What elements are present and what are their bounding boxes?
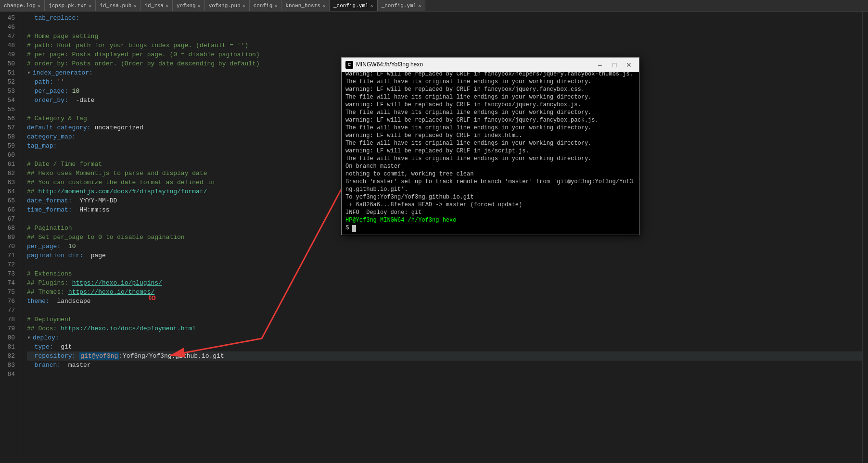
- tab-label: id_rsa: [144, 3, 164, 9]
- fold-icon[interactable]: ▾: [27, 68, 33, 77]
- tab-label: change.log: [4, 3, 36, 9]
- tab-known-hosts[interactable]: known_hosts ✕: [281, 0, 330, 11]
- terminal-line: warning: LF will be replaced by CRLF in …: [345, 101, 635, 109]
- terminal-line: INFO Deploy done: git: [345, 209, 635, 216]
- terminal-cursor-line: $: [345, 224, 635, 232]
- tab-change-log[interactable]: change.log ✕: [0, 0, 45, 11]
- terminal-minimize-button[interactable]: –: [594, 60, 606, 70]
- tab-bar: change.log ✕ jcpsp.pk.txt ✕ id_rsa.pub ✕…: [0, 0, 868, 12]
- terminal-line: The file will have its original line end…: [345, 93, 635, 101]
- terminal-app-icon: C: [345, 61, 353, 69]
- tab-label: _config.yml: [382, 3, 417, 9]
- close-icon[interactable]: ✕: [322, 3, 325, 9]
- terminal-line: warning: LF will be replaced by CRLF in …: [345, 147, 635, 155]
- terminal-close-button[interactable]: ✕: [623, 60, 635, 70]
- terminal-line: The file will have its original line end…: [345, 139, 635, 147]
- tab-yof3ng-pub[interactable]: yof3ng.pub ✕: [205, 0, 250, 11]
- code-line-83: branch: master: [27, 361, 862, 370]
- close-icon[interactable]: ✕: [370, 3, 373, 9]
- close-icon[interactable]: ✕: [38, 3, 40, 9]
- terminal-controls: – □ ✕: [594, 60, 635, 70]
- momentjs-link[interactable]: http://momentjs.com/docs/#/displaying/fo…: [38, 188, 207, 195]
- code-line-82: repository: git@yof3ng:Yof3ng/Yof3ng.git…: [27, 351, 862, 361]
- tab-id-rsa-pub[interactable]: id_rsa.pub ✕: [96, 0, 140, 11]
- tab-label: config: [254, 3, 273, 9]
- close-icon[interactable]: ✕: [243, 3, 245, 9]
- terminal-titlebar: C MINGW64:/h/Yof3ng hexo – □ ✕: [342, 58, 639, 72]
- code-line-48: # path: Root path for your blogs index p…: [27, 41, 862, 50]
- tab-config-yml-1[interactable]: _config.yml ✕: [330, 0, 378, 11]
- terminal-line: warning: LF will be replaced by CRLF in …: [345, 116, 635, 124]
- tab-label: yof3ng.pub: [209, 3, 241, 9]
- tab-label: jcpsp.pk.txt: [49, 3, 87, 9]
- terminal-body[interactable]: The file will have its original line end…: [342, 72, 639, 235]
- code-line-74: ## Plugins: https://hexo.io/plugins/: [27, 278, 862, 288]
- tab-id-rsa[interactable]: id_rsa ✕: [140, 0, 173, 11]
- tab-label: yof3ng: [177, 3, 196, 9]
- tab-yof3ng[interactable]: yof3ng ✕: [173, 0, 205, 11]
- terminal-line: + 6a826a6...8fefeaa HEAD -> master (forc…: [345, 201, 635, 209]
- tab-label: known_hosts: [285, 3, 320, 9]
- docs-link[interactable]: https://hexo.io/docs/deployment.html: [61, 325, 196, 332]
- editor-area: 4546474849505152535455565758596061626364…: [0, 12, 868, 463]
- code-line-75: ## Themes: https://hexo.io/themes/: [27, 288, 862, 297]
- code-line-84: [27, 370, 862, 379]
- line-numbers: 4546474849505152535455565758596061626364…: [0, 12, 21, 463]
- code-line-46: [27, 23, 862, 32]
- code-line-71: pagination_dir: page: [27, 251, 862, 260]
- code-line-81: type: git: [27, 342, 862, 351]
- themes-link[interactable]: https://hexo.io/themes/: [68, 288, 154, 296]
- tab-jcpsp-pk[interactable]: jcpsp.pk.txt ✕: [45, 0, 96, 11]
- editor-scrollbar[interactable]: [862, 12, 868, 463]
- terminal-maximize-button[interactable]: □: [608, 60, 621, 70]
- code-content[interactable]: tab_replace: # Home page setting # path:…: [21, 12, 862, 463]
- tab-label: _config.yml: [333, 3, 369, 9]
- close-icon[interactable]: ✕: [274, 3, 277, 9]
- code-line-78: # Deployment: [27, 315, 862, 324]
- close-icon[interactable]: ✕: [418, 3, 421, 9]
- code-line-72: [27, 260, 862, 269]
- terminal-title-text: MINGW64:/h/Yof3ng hexo: [356, 60, 423, 69]
- terminal-line: On branch master: [345, 163, 635, 170]
- fold-icon-deploy[interactable]: ▾: [27, 333, 33, 342]
- code-line-70: per_page: 10: [27, 242, 862, 251]
- code-line-77: [27, 306, 862, 315]
- close-icon[interactable]: ✕: [198, 3, 201, 9]
- code-line-80: ▾deploy:: [27, 333, 862, 342]
- close-icon[interactable]: ✕: [133, 3, 136, 9]
- terminal-line: warning: LF will be replaced by CRLF in …: [345, 72, 635, 78]
- code-line-79: ## Docs: https://hexo.io/docs/deployment…: [27, 324, 862, 333]
- code-line-45: tab_replace:: [27, 13, 862, 23]
- terminal-line: To yof3ng:Yof3ng/Yof3ng.github.io.git: [345, 193, 635, 201]
- tab-config[interactable]: config ✕: [250, 0, 282, 11]
- tab-label: id_rsa.pub: [100, 3, 131, 9]
- close-icon[interactable]: ✕: [89, 3, 91, 9]
- terminal-line: The file will have its original line end…: [345, 155, 635, 163]
- terminal-line: The file will have its original line end…: [345, 78, 635, 86]
- terminal-line: Branch 'master' set up to track remote b…: [345, 178, 635, 193]
- terminal-line: nothing to commit, working tree clean: [345, 170, 635, 178]
- code-line-73: # Extensions: [27, 269, 862, 278]
- terminal-prompt: HP@Yof3ng MINGW64 /h/Yof3ng hexo: [345, 216, 635, 224]
- terminal-title-bar: C MINGW64:/h/Yof3ng hexo: [345, 60, 423, 69]
- code-line-47: # Home page setting: [27, 32, 862, 41]
- terminal-line: warning: LF will be replaced by CRLF in …: [345, 132, 635, 139]
- code-line-76: theme: landscape: [27, 297, 862, 306]
- plugins-link[interactable]: https://hexo.io/plugins/: [72, 279, 162, 287]
- close-icon[interactable]: ✕: [166, 3, 168, 9]
- terminal-window: C MINGW64:/h/Yof3ng hexo – □ ✕ The file …: [341, 57, 639, 235]
- tab-config-yml-2[interactable]: _config.yml ✕: [378, 0, 426, 11]
- terminal-line: The file will have its original line end…: [345, 109, 635, 116]
- terminal-line: warning: LF will be replaced by CRLF in …: [345, 86, 635, 93]
- terminal-line: The file will have its original line end…: [345, 124, 635, 132]
